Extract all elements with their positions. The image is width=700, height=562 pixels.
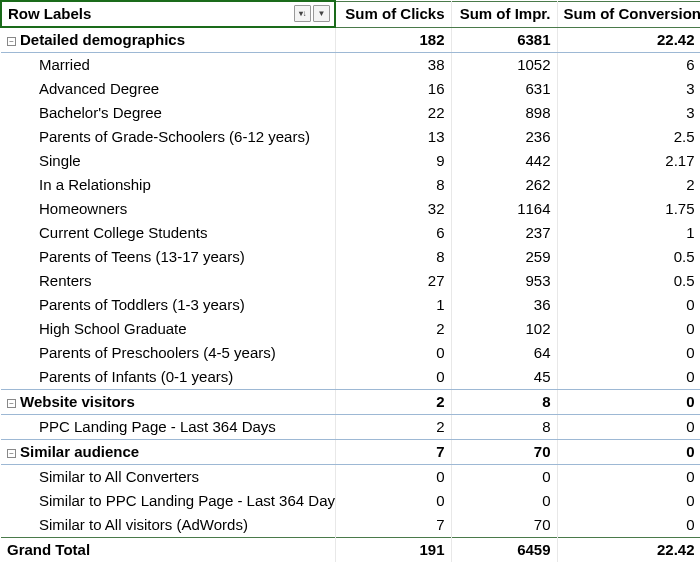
group-label-cell[interactable]: −Detailed demographics [1,27,335,53]
row-conv[interactable]: 0 [557,415,700,440]
row-impr[interactable]: 442 [451,149,557,173]
row-label[interactable]: Parents of Teens (13-17 years) [1,245,335,269]
row-impr[interactable]: 953 [451,269,557,293]
group-label-cell[interactable]: −Similar audience [1,440,335,465]
row-impr[interactable]: 64 [451,341,557,365]
group-clicks[interactable]: 182 [335,27,451,53]
row-impr[interactable]: 45 [451,365,557,390]
grand-total-conv[interactable]: 22.42 [557,538,700,563]
row-conv[interactable]: 3 [557,101,700,125]
row-conv[interactable]: 0 [557,365,700,390]
grand-total-label[interactable]: Grand Total [1,538,335,563]
row-impr[interactable]: 631 [451,77,557,101]
collapse-icon[interactable]: − [7,37,16,46]
collapse-icon[interactable]: − [7,449,16,458]
group-clicks[interactable]: 2 [335,390,451,415]
filter-dropdown-icon[interactable]: ▼ [313,5,330,22]
row-conv[interactable]: 0 [557,341,700,365]
row-label[interactable]: Parents of Infants (0-1 years) [1,365,335,390]
row-conv[interactable]: 3 [557,77,700,101]
row-conv[interactable]: 0.5 [557,245,700,269]
grand-total-clicks[interactable]: 191 [335,538,451,563]
row-conv[interactable]: 0.5 [557,269,700,293]
row-clicks[interactable]: 6 [335,221,451,245]
row-clicks[interactable]: 0 [335,465,451,490]
group-conv[interactable]: 0 [557,390,700,415]
row-label[interactable]: Current College Students [1,221,335,245]
row-label[interactable]: Married [1,53,335,78]
row-impr[interactable]: 898 [451,101,557,125]
row-clicks[interactable]: 9 [335,149,451,173]
table-row: Single94422.17 [1,149,700,173]
group-impr[interactable]: 8 [451,390,557,415]
row-impr[interactable]: 102 [451,317,557,341]
row-conv[interactable]: 6 [557,53,700,78]
row-clicks[interactable]: 1 [335,293,451,317]
row-conv[interactable]: 0 [557,293,700,317]
row-conv[interactable]: 2 [557,173,700,197]
row-conv[interactable]: 1.75 [557,197,700,221]
row-label[interactable]: In a Relationship [1,173,335,197]
header-conv[interactable]: Sum of Conversions [557,1,700,27]
row-clicks[interactable]: 32 [335,197,451,221]
grand-total-row: Grand Total191645922.42 [1,538,700,563]
group-label: Website visitors [20,393,135,410]
row-clicks[interactable]: 0 [335,365,451,390]
row-label[interactable]: Homeowners [1,197,335,221]
row-label[interactable]: Parents of Preschoolers (4-5 years) [1,341,335,365]
row-clicks[interactable]: 27 [335,269,451,293]
row-label[interactable]: Bachelor's Degree [1,101,335,125]
row-conv[interactable]: 2.17 [557,149,700,173]
row-impr[interactable]: 1052 [451,53,557,78]
row-label[interactable]: Similar to PPC Landing Page - Last 364 D… [1,489,335,513]
row-clicks[interactable]: 7 [335,513,451,538]
row-clicks[interactable]: 2 [335,415,451,440]
header-impr[interactable]: Sum of Impr. [451,1,557,27]
row-clicks[interactable]: 16 [335,77,451,101]
row-label[interactable]: PPC Landing Page - Last 364 Days [1,415,335,440]
row-label[interactable]: Advanced Degree [1,77,335,101]
row-impr[interactable]: 0 [451,489,557,513]
row-conv[interactable]: 0 [557,465,700,490]
row-impr[interactable]: 236 [451,125,557,149]
row-clicks[interactable]: 13 [335,125,451,149]
row-label[interactable]: Renters [1,269,335,293]
row-impr[interactable]: 0 [451,465,557,490]
group-clicks[interactable]: 7 [335,440,451,465]
row-impr[interactable]: 259 [451,245,557,269]
row-conv[interactable]: 2.5 [557,125,700,149]
group-conv[interactable]: 0 [557,440,700,465]
header-row-labels[interactable]: Row Labels ▾↓ ▼ [1,1,335,27]
row-impr[interactable]: 237 [451,221,557,245]
collapse-icon[interactable]: − [7,399,16,408]
row-conv[interactable]: 1 [557,221,700,245]
grand-total-impr[interactable]: 6459 [451,538,557,563]
row-clicks[interactable]: 0 [335,341,451,365]
row-impr[interactable]: 36 [451,293,557,317]
sort-icon[interactable]: ▾↓ [294,5,311,22]
row-label[interactable]: Similar to All visitors (AdWords) [1,513,335,538]
group-impr[interactable]: 70 [451,440,557,465]
group-label-cell[interactable]: −Website visitors [1,390,335,415]
row-label[interactable]: Similar to All Converters [1,465,335,490]
row-label[interactable]: High School Graduate [1,317,335,341]
row-impr[interactable]: 1164 [451,197,557,221]
group-impr[interactable]: 6381 [451,27,557,53]
row-conv[interactable]: 0 [557,317,700,341]
row-label[interactable]: Parents of Toddlers (1-3 years) [1,293,335,317]
row-clicks[interactable]: 8 [335,173,451,197]
row-clicks[interactable]: 0 [335,489,451,513]
row-impr[interactable]: 8 [451,415,557,440]
row-conv[interactable]: 0 [557,489,700,513]
header-clicks[interactable]: Sum of Clicks [335,1,451,27]
row-clicks[interactable]: 2 [335,317,451,341]
row-impr[interactable]: 262 [451,173,557,197]
row-label[interactable]: Parents of Grade-Schoolers (6-12 years) [1,125,335,149]
row-clicks[interactable]: 8 [335,245,451,269]
row-impr[interactable]: 70 [451,513,557,538]
row-clicks[interactable]: 38 [335,53,451,78]
row-label[interactable]: Single [1,149,335,173]
row-clicks[interactable]: 22 [335,101,451,125]
row-conv[interactable]: 0 [557,513,700,538]
group-conv[interactable]: 22.42 [557,27,700,53]
